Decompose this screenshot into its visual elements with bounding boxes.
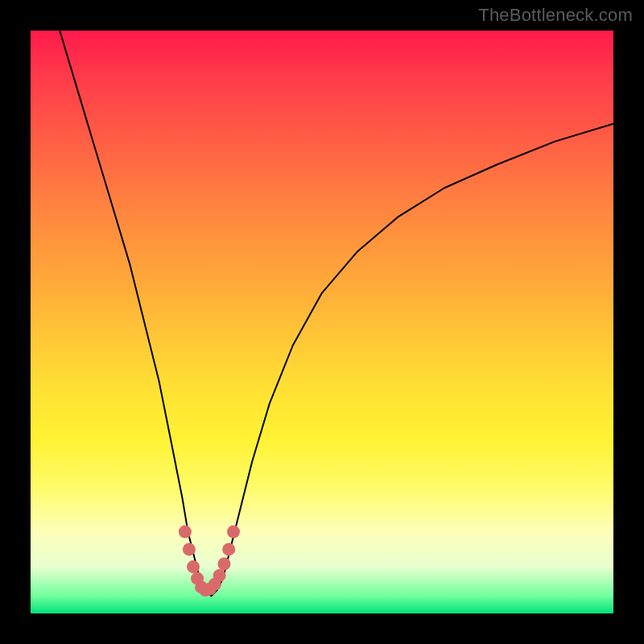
marker-dot [187,560,200,573]
marker-dot [213,569,226,582]
chart-svg [31,31,613,613]
main-curve [60,31,613,596]
marker-dot [222,543,235,555]
chart-frame: TheBottleneck.com [0,0,644,644]
marker-dot [179,526,192,539]
marker-dot [183,543,196,555]
marker-dot [227,526,240,539]
marker-dot [217,558,230,571]
plot-area [31,31,613,613]
marker-dots-group [179,526,240,597]
watermark-text: TheBottleneck.com [478,5,633,26]
